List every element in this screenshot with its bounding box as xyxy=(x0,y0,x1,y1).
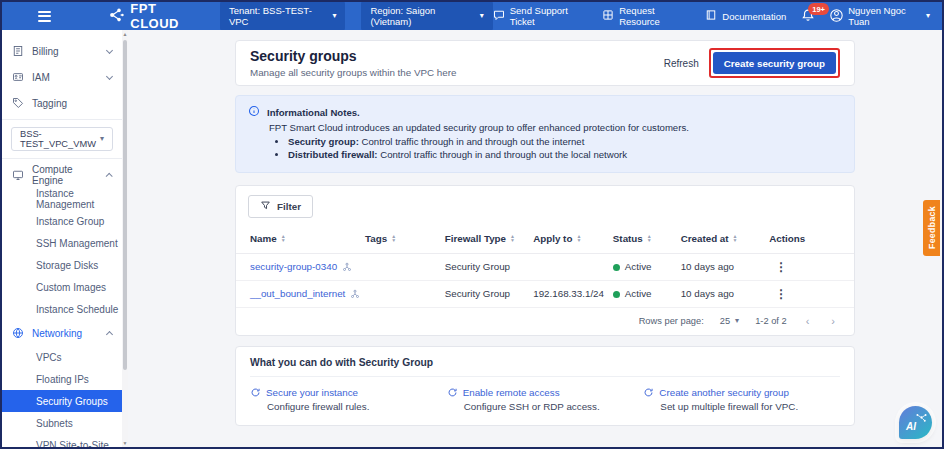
informational-notes: Informational Notes. FPT Smart Cloud int… xyxy=(235,95,855,173)
column-header-created-at[interactable]: Created at▲▼ xyxy=(681,233,770,244)
page-title: Security groups xyxy=(250,48,456,64)
sidebar-item-instance-group[interactable]: Instance Group xyxy=(2,210,122,232)
rows-per-page-select[interactable]: 25 ▾ xyxy=(720,316,739,326)
footer-card-title: What you can do with Security Group xyxy=(250,357,840,377)
request-resource-link[interactable]: Request Resource xyxy=(602,5,690,27)
documentation-link[interactable]: Documentation xyxy=(705,9,786,23)
sidebar-item-instance-schedule[interactable]: Instance Schedule xyxy=(2,298,122,320)
chevron-up-icon xyxy=(106,331,113,338)
security-group-link[interactable]: __out_bound_internet xyxy=(250,288,365,299)
scrollbar-thumb[interactable] xyxy=(123,40,127,370)
scroll-down-icon[interactable]: ▼ xyxy=(123,439,128,447)
sort-icon: ▲▼ xyxy=(281,234,286,243)
monitor-icon xyxy=(12,169,24,181)
sidebar-item-ssh-management[interactable]: SSH Management xyxy=(2,232,122,254)
column-header-firewall-type[interactable]: Firewall Type▲▼ xyxy=(445,233,534,244)
create-security-group-button[interactable]: Create security group xyxy=(713,52,836,74)
info-icon xyxy=(248,105,260,119)
top-bar: FPT CLOUD Tenant: BSS-TEST-VPC ▾ Region:… xyxy=(2,2,942,30)
row-actions-menu[interactable]: ⋮ xyxy=(769,260,840,274)
sidebar-section-networking[interactable]: Networking xyxy=(2,320,122,346)
redo-icon xyxy=(643,387,654,398)
tag-icon xyxy=(12,97,24,109)
logo-molecule-icon xyxy=(109,7,125,26)
sidebar-item-custom-images[interactable]: Custom Images xyxy=(2,276,122,298)
sidebar-item-vpn-site-to-site[interactable]: VPN Site-to-Site xyxy=(2,434,122,447)
sidebar-item-billing[interactable]: Billing xyxy=(2,38,122,64)
cell-status: Active xyxy=(613,261,681,272)
app-window: FPT CLOUD Tenant: BSS-TEST-VPC ▾ Region:… xyxy=(0,0,944,449)
sort-icon: ▲▼ xyxy=(391,234,396,243)
chat-icon xyxy=(493,9,505,23)
divider xyxy=(2,158,122,159)
column-header-apply-to[interactable]: Apply to▲▼ xyxy=(533,233,613,244)
column-header-name[interactable]: Name▲▼ xyxy=(250,233,365,244)
cell-created-at: 10 days ago xyxy=(681,261,770,272)
divider xyxy=(2,119,122,120)
red-annotation-box: Create security group xyxy=(709,48,840,78)
table-row: security-group-0340 Security Group Activ… xyxy=(236,254,854,281)
sidebar: Billing IAM Tagging BSS-TEST_VPC_VMW ▾ xyxy=(2,30,128,447)
sidebar-item-vpcs[interactable]: VPCs xyxy=(2,346,122,368)
page-range: 1-2 of 2 xyxy=(755,316,787,326)
sidebar-item-security-groups[interactable]: Security Groups xyxy=(2,390,122,412)
column-header-status[interactable]: Status▲▼ xyxy=(613,233,681,244)
topology-icon xyxy=(342,262,352,272)
user-name: Nguyen Ngoc Tuan xyxy=(848,5,921,27)
region-selector[interactable]: Region: Saigon (Vietnam) ▾ xyxy=(361,1,492,31)
molecule-icon xyxy=(915,410,928,428)
tenant-selector[interactable]: Tenant: BSS-TEST-VPC ▾ xyxy=(220,1,345,31)
feedback-tab[interactable]: Feedback xyxy=(923,200,940,256)
chevron-up-icon xyxy=(106,173,113,180)
cell-status: Active xyxy=(613,288,681,299)
status-dot xyxy=(613,264,620,271)
next-page-button[interactable]: › xyxy=(828,315,838,327)
sidebar-item-storage-disks[interactable]: Storage Disks xyxy=(2,254,122,276)
vpc-selector[interactable]: BSS-TEST_VPC_VMW ▾ xyxy=(11,127,113,151)
sidebar-item-tagging[interactable]: Tagging xyxy=(2,90,122,116)
chevron-down-icon: ▾ xyxy=(480,12,484,20)
previous-page-button[interactable]: ‹ xyxy=(803,315,813,327)
redo-icon xyxy=(447,387,458,398)
security-group-link[interactable]: security-group-0340 xyxy=(250,261,365,272)
ai-label: AI xyxy=(906,421,916,432)
cell-apply-to: 192.168.33.1/24 xyxy=(533,288,613,299)
main-area: Security groups Manage all security grou… xyxy=(128,30,942,447)
chevron-down-icon: ▾ xyxy=(735,317,739,325)
chevron-down-icon: ▾ xyxy=(100,135,104,143)
menu-icon[interactable] xyxy=(38,8,51,24)
region-label: Region: Saigon (Vietnam) xyxy=(370,5,472,27)
column-header-tags[interactable]: Tags▲▼ xyxy=(365,233,445,244)
chevron-down-icon xyxy=(106,72,113,79)
enable-remote-access-link[interactable]: Enable remote access xyxy=(447,387,644,398)
user-icon xyxy=(830,9,843,24)
sidebar-item-iam[interactable]: IAM xyxy=(2,64,122,90)
user-menu[interactable]: Nguyen Ngoc Tuan ▾ xyxy=(830,5,930,27)
sort-icon: ▲▼ xyxy=(733,234,738,243)
info-bullet: Security group: Control traffic through … xyxy=(288,136,842,147)
refresh-button[interactable]: Refresh xyxy=(664,58,699,69)
sidebar-item-subnets[interactable]: Subnets xyxy=(2,412,122,434)
table-row: __out_bound_internet Security Group 192.… xyxy=(236,281,854,308)
row-actions-menu[interactable]: ⋮ xyxy=(769,287,840,301)
create-another-security-group-link[interactable]: Create another security group xyxy=(643,387,840,398)
info-bullet: Distributed firewall: Control traffic th… xyxy=(288,149,842,160)
scroll-up-icon[interactable]: ▲ xyxy=(123,30,128,38)
what-you-can-do-card: What you can do with Security Group Secu… xyxy=(235,346,855,426)
ai-assistant-button[interactable]: AI xyxy=(899,406,932,439)
footer-item-description: Set up multiple firewall for VPC. xyxy=(660,401,840,412)
sidebar-item-floating-ips[interactable]: Floating IPs xyxy=(2,368,122,390)
notifications-button[interactable]: 19+ xyxy=(801,8,815,24)
sidebar-item-instance-management[interactable]: Instance Management xyxy=(2,188,122,210)
secure-your-instance-link[interactable]: Secure your instance xyxy=(250,387,447,398)
sidebar-section-compute-engine[interactable]: Compute Engine xyxy=(2,162,122,188)
rows-per-page-label: Rows per page: xyxy=(639,316,704,326)
send-support-ticket-link[interactable]: Send Support Ticket xyxy=(493,5,587,27)
column-header-actions: Actions xyxy=(769,233,840,244)
funnel-icon xyxy=(260,200,271,213)
filter-button[interactable]: Filter xyxy=(248,195,313,218)
cell-firewall-type: Security Group xyxy=(445,288,534,299)
cell-firewall-type: Security Group xyxy=(445,261,534,272)
page-header-card: Security groups Manage all security grou… xyxy=(235,40,855,86)
info-text: FPT Smart Cloud introduces an updated se… xyxy=(269,122,842,133)
